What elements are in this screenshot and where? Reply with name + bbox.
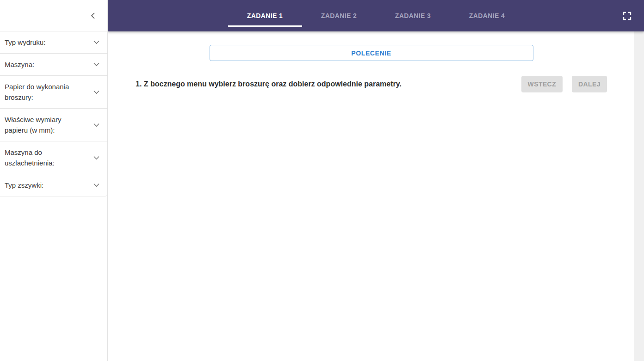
chevron-left-icon [90,12,96,19]
sidebar-header [0,0,107,31]
polecenie-panel-label: POLECENIE [351,49,391,57]
tab-zadanie-1[interactable]: ZADANIE 1 [228,0,302,31]
tab-zadanie-4[interactable]: ZADANIE 4 [450,0,524,31]
chevron-down-icon [93,156,99,160]
tab-zadanie-2[interactable]: ZADANIE 2 [302,0,376,31]
accordion-item-label: Maszyna: [5,59,34,70]
main-content: POLECENIE 1. Z bocznego menu wybierz bro… [108,31,634,361]
sidebar-collapse-button[interactable] [89,12,97,20]
parameter-accordion: Typ wydruku: Maszyna: Papier do wykonani… [0,31,107,196]
task-tabs: ZADANIE 1 ZADANIE 2 ZADANIE 3 ZADANIE 4 [228,0,524,31]
instruction-row: 1. Z bocznego menu wybierz broszurę oraz… [108,76,634,92]
fullscreen-button[interactable] [621,10,633,22]
fullscreen-icon [623,12,632,20]
accordion-item-label: Typ wydruku: [5,37,45,48]
back-button[interactable]: WSTECZ [521,76,563,92]
chevron-down-icon [93,123,99,127]
accordion-item-label: Typ zszywki: [5,180,43,190]
next-button[interactable]: DALEJ [572,76,607,92]
accordion-item-label: Maszyna do uszlachetnienia: [5,147,84,168]
accordion-item-label: Papier do wykonania broszury: [5,81,84,103]
chevron-down-icon [93,62,99,67]
accordion-item-maszyna[interactable]: Maszyna: [0,54,107,76]
sidebar: Typ wydruku: Maszyna: Papier do wykonani… [0,0,108,361]
accordion-item-wymiary-papieru[interactable]: Właściwe wymiary papieru (w mm): [0,109,107,141]
accordion-item-typ-wydruku[interactable]: Typ wydruku: [0,31,107,54]
polecenie-panel[interactable]: POLECENIE [210,45,533,61]
tab-zadanie-3[interactable]: ZADANIE 3 [376,0,450,31]
accordion-item-label: Właściwe wymiary papieru (w mm): [5,114,84,135]
vertical-scrollbar[interactable] [634,31,644,361]
wizard-nav-buttons: WSTECZ DALEJ [521,76,607,92]
chevron-down-icon [93,183,99,187]
instruction-text: 1. Z bocznego menu wybierz broszurę oraz… [136,80,415,88]
top-nav-bar: ZADANIE 1 ZADANIE 2 ZADANIE 3 ZADANIE 4 [108,0,644,31]
chevron-down-icon [93,90,99,94]
accordion-item-papier-broszury[interactable]: Papier do wykonania broszury: [0,76,107,109]
accordion-item-typ-zszywki[interactable]: Typ zszywki: [0,174,107,196]
chevron-down-icon [93,40,99,44]
accordion-item-maszyna-uszlachetnienia[interactable]: Maszyna do uszlachetnienia: [0,141,107,174]
